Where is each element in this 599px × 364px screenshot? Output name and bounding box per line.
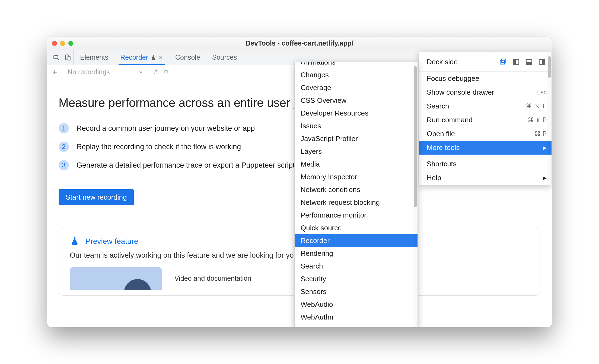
submenu-item[interactable]: Issues xyxy=(295,120,418,132)
submenu-item[interactable]: Layers xyxy=(295,145,418,158)
start-recording-button[interactable]: Start new recording xyxy=(59,189,134,205)
separator xyxy=(63,68,63,76)
minimize-window-button[interactable] xyxy=(60,41,65,46)
dock-side-row: Dock side xyxy=(419,52,552,72)
menu-item[interactable]: Open file⌘ P xyxy=(419,127,552,141)
submenu-label: Changes xyxy=(301,71,329,79)
tab-sources[interactable]: Sources xyxy=(206,50,243,65)
submenu-item[interactable]: Media xyxy=(295,158,418,171)
submenu-label: Rendering xyxy=(301,249,333,258)
submenu-arrow-icon: ▶ xyxy=(543,145,547,151)
submenu-item[interactable]: Animations xyxy=(295,62,418,69)
submenu-label: JavaScript Profiler xyxy=(301,135,358,143)
main-menu-top-group: Focus debuggeeShow console drawerEscSear… xyxy=(419,72,552,141)
video-label: Video and documentation xyxy=(174,274,251,282)
window-title: DevTools - coffee-cart.netlify.app/ xyxy=(47,39,552,47)
menu-item[interactable]: Help▶ xyxy=(419,171,552,185)
submenu-item[interactable]: Memory Inspector xyxy=(295,171,418,183)
dock-right-icon[interactable] xyxy=(537,57,547,66)
submenu-label: Recorder xyxy=(301,237,330,245)
menu-item[interactable]: Run command⌘ ⇧ P xyxy=(419,113,552,127)
menu-shortcut: ⌘ ⌥ F xyxy=(526,103,547,110)
svg-rect-2 xyxy=(68,56,70,60)
submenu-item[interactable]: Security xyxy=(295,273,418,285)
submenu-item[interactable]: WebAuthn xyxy=(295,311,418,324)
tab-recorder[interactable]: Recorder xyxy=(114,50,169,65)
dock-options xyxy=(498,57,547,66)
inspect-element-icon[interactable] xyxy=(53,54,60,61)
step-text: Replay the recording to check if the flo… xyxy=(77,143,241,151)
submenu-label: What's New xyxy=(301,326,338,327)
submenu-item[interactable]: Developer Resources xyxy=(295,107,418,120)
new-recording-icon[interactable] xyxy=(51,68,59,76)
step-number: 1 xyxy=(59,123,69,133)
zoom-window-button[interactable] xyxy=(68,41,73,46)
submenu-label: Sensors xyxy=(301,288,326,296)
submenu-label: Search xyxy=(301,262,323,270)
submenu-item[interactable]: Network conditions xyxy=(295,183,418,196)
submenu-scrollbar[interactable] xyxy=(413,62,418,327)
menu-item[interactable]: Show console drawerEsc xyxy=(419,85,552,99)
submenu-item[interactable]: WebAudio xyxy=(295,298,418,311)
menu-more-tools[interactable]: More tools ▶ xyxy=(419,141,552,155)
menu-label: Shortcuts xyxy=(427,160,457,168)
recordings-dropdown[interactable]: No recordings xyxy=(68,68,144,76)
submenu-label: CSS Overview xyxy=(301,96,346,105)
more-tools-submenu: AnimationsChangesCoverageCSS OverviewDev… xyxy=(294,62,418,327)
tab-label: Recorder xyxy=(120,53,148,61)
dock-left-icon[interactable] xyxy=(511,57,521,66)
device-toggle-icon[interactable] xyxy=(64,54,72,61)
submenu-item[interactable]: Rendering xyxy=(295,247,418,260)
tab-elements[interactable]: Elements xyxy=(74,50,114,65)
submenu-item[interactable]: Quick source xyxy=(295,222,418,234)
submenu-label: Quick source xyxy=(301,224,342,232)
submenu-label: Issues xyxy=(301,122,321,130)
menu-item[interactable]: Focus debuggee xyxy=(419,72,552,85)
inspect-tools xyxy=(48,50,74,65)
dock-bottom-icon[interactable] xyxy=(524,57,534,66)
submenu-arrow-icon: ▶ xyxy=(543,175,547,181)
menu-scrollbar[interactable] xyxy=(547,52,552,185)
submenu-label: Developer Resources xyxy=(301,109,368,117)
submenu-list: AnimationsChangesCoverageCSS OverviewDev… xyxy=(295,62,418,327)
submenu-item[interactable]: Changes xyxy=(295,69,418,81)
window-titlebar: DevTools - coffee-cart.netlify.app/ xyxy=(47,37,552,50)
delete-icon[interactable] xyxy=(162,68,170,76)
submenu-item[interactable]: Sensors xyxy=(295,285,418,298)
flask-icon xyxy=(150,55,156,60)
menu-divider xyxy=(419,156,552,156)
menu-label: Show console drawer xyxy=(427,88,494,97)
menu-item[interactable]: Shortcuts xyxy=(419,157,552,171)
export-icon[interactable] xyxy=(152,68,160,76)
submenu-item[interactable]: Performance monitor xyxy=(295,209,418,222)
submenu-label: WebAuthn xyxy=(301,313,333,321)
flask-icon xyxy=(70,237,79,246)
tab-label: Sources xyxy=(212,53,237,61)
menu-label: Run command xyxy=(427,116,473,124)
separator xyxy=(148,68,148,76)
tab-console[interactable]: Console xyxy=(169,50,206,65)
submenu-item[interactable]: Network request blocking xyxy=(295,196,418,209)
step-number: 2 xyxy=(59,142,69,152)
step-number: 3 xyxy=(59,160,69,170)
dock-undock-icon[interactable] xyxy=(498,57,508,66)
menu-shortcut: ⌘ P xyxy=(534,130,547,138)
submenu-item[interactable]: Search xyxy=(295,260,418,273)
video-thumbnail[interactable] xyxy=(70,267,162,290)
submenu-item[interactable]: What's New xyxy=(295,324,418,327)
svg-rect-11 xyxy=(526,62,532,64)
menu-label: Open file xyxy=(427,130,455,138)
card-title: Preview feature xyxy=(85,237,138,246)
submenu-item[interactable]: JavaScript Profiler xyxy=(295,132,418,145)
submenu-item[interactable]: Recorder xyxy=(295,234,418,247)
menu-label: Focus debuggee xyxy=(427,74,479,83)
tab-close-icon[interactable] xyxy=(158,55,163,60)
close-window-button[interactable] xyxy=(52,41,57,46)
step-text: Record a common user journey on your web… xyxy=(77,124,255,133)
menu-item[interactable]: Search⌘ ⌥ F xyxy=(419,99,552,113)
tab-label: Console xyxy=(175,53,200,61)
submenu-item[interactable]: CSS Overview xyxy=(295,94,418,107)
submenu-label: Layers xyxy=(301,147,322,156)
submenu-item[interactable]: Coverage xyxy=(295,81,418,94)
tab-label: Elements xyxy=(80,53,108,61)
